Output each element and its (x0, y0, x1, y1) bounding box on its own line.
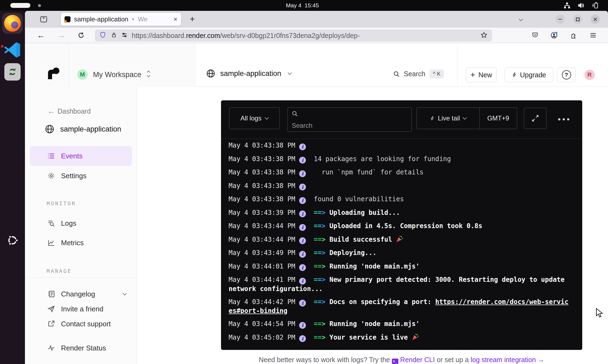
sidebar-section-monitor: MONITOR (47, 200, 76, 206)
sidebar-item-settings[interactable]: Settings (25, 170, 137, 182)
workspace-indicator-dot[interactable] (38, 4, 41, 7)
system-clock[interactable]: May 4 15:45 (286, 0, 319, 11)
info-icon: i (299, 143, 306, 150)
shield-icon[interactable] (99, 31, 106, 40)
browser-tab[interactable]: sample-application • We × (61, 13, 181, 26)
sidebar-back-dashboard[interactable]: ← Dashboard (25, 105, 137, 117)
firefox-view-icon[interactable] (39, 15, 48, 24)
workspace-switcher[interactable]: M My Workspace (77, 69, 150, 80)
recycle-dock-icon[interactable] (4, 63, 21, 81)
bookmark-star-icon[interactable] (480, 31, 488, 40)
log-stream-link[interactable]: log stream integration (471, 356, 536, 363)
account-icon[interactable] (549, 30, 559, 40)
log-filter-dropdown[interactable]: All logs (229, 107, 280, 129)
service-selector[interactable]: sample-application (206, 69, 291, 78)
lightning-icon (430, 115, 435, 122)
main-content: All logs Search (137, 87, 608, 364)
dock (0, 11, 25, 364)
timezone-button[interactable]: GMT+9 (479, 108, 517, 129)
network-icon[interactable] (564, 2, 571, 9)
lightning-icon (512, 72, 517, 78)
window-close-button[interactable]: × (591, 15, 600, 24)
battery-icon[interactable] (592, 2, 599, 9)
extensions-puzzle-icon[interactable] (568, 30, 579, 40)
sidebar-item-render-status[interactable]: Render Status (25, 342, 137, 354)
url-bar[interactable]: https://dashboard.render.com/web/srv-d0b… (95, 30, 492, 41)
help-button[interactable]: ? (557, 68, 576, 82)
info-icon: i (299, 278, 306, 285)
notification-dot (1, 45, 4, 48)
plus-icon: + (471, 70, 475, 79)
search-shortcut: ^ K (430, 69, 444, 78)
sidebar-item-events[interactable] (30, 146, 132, 166)
workspace-indicator-pill[interactable] (10, 3, 30, 8)
external-link-icon (47, 320, 55, 328)
log-line: May 4 03:43:38 PM i found 0 vulnerabilit… (229, 195, 571, 204)
log-line: May 4 03:44:01 PM i ==> Running 'node ma… (229, 262, 571, 271)
gear-icon (47, 172, 55, 180)
system-top-bar: May 4 15:45 (0, 0, 608, 11)
tab-title: sample-application • We (74, 15, 171, 23)
new-button[interactable]: + New (466, 68, 497, 82)
firefox-dock-icon[interactable] (2, 13, 23, 34)
sidebar-item-contact-support[interactable]: Contact support (25, 318, 137, 330)
log-search-input[interactable]: Search (287, 107, 412, 132)
lock-icon[interactable] (111, 31, 117, 40)
upgrade-button[interactable]: Upgrade (505, 68, 553, 82)
render-cli-link[interactable]: Render CLI (400, 356, 435, 363)
log-line: May 4 03:43:44 PM i ==> Build successful (229, 235, 571, 244)
party-popper-icon (396, 235, 403, 243)
search-placeholder: Search (292, 122, 312, 129)
window-maximize-button[interactable] (573, 15, 582, 24)
live-tail-dropdown[interactable]: Live tail (417, 108, 480, 129)
browser-window: sample-application • We × + − × ← → (25, 11, 608, 364)
cli-terminal-icon: >_ (392, 359, 398, 364)
live-tail-group: Live tail GMT+9 (417, 107, 517, 129)
new-tab-button[interactable]: + (187, 14, 198, 25)
permissions-icon[interactable] (121, 31, 128, 40)
globe-icon (45, 124, 55, 134)
logs-search-icon (47, 219, 55, 227)
log-line: May 4 03:44:54 PM i ==> Running 'node ma… (229, 320, 571, 329)
sidebar-item-changelog[interactable]: Changelog (25, 288, 137, 300)
more-options-button[interactable]: ••• (558, 115, 571, 124)
expand-button[interactable] (524, 108, 546, 129)
pocket-icon[interactable] (530, 30, 540, 40)
forward-button[interactable]: → (56, 30, 66, 40)
window-minimize-button[interactable]: − (555, 15, 565, 24)
reload-button[interactable] (76, 30, 86, 40)
volume-icon[interactable] (578, 2, 585, 9)
search-icon (393, 71, 400, 78)
back-button[interactable]: ← (36, 30, 46, 40)
metrics-chart-icon (47, 239, 55, 247)
info-icon: i (299, 224, 306, 231)
tab-close-icon[interactable]: × (174, 15, 177, 23)
sidebar-service-title: sample-application (25, 123, 137, 135)
sidebar-item-logs[interactable]: Logs (25, 217, 137, 229)
user-avatar[interactable]: R (584, 70, 595, 80)
log-line: May 4 03:43:38 PM i (229, 141, 571, 150)
vscode-dock-icon[interactable] (4, 41, 21, 59)
log-line: May 4 03:43:44 PM i ==> Uploaded in 4.5s… (229, 222, 571, 231)
info-icon: i (299, 335, 306, 342)
info-icon: i (299, 264, 306, 271)
search-button[interactable]: Search ^ K (393, 69, 444, 78)
sidebar-item-invite[interactable]: Invite a friend (25, 303, 137, 315)
log-line: May 4 03:43:39 PM i ==> Uploading build.… (229, 208, 571, 218)
sidebar-section-manage: MANAGE (47, 268, 72, 274)
search-icon (292, 110, 298, 118)
info-icon: i (299, 170, 306, 177)
list-tabs-chevron-icon[interactable] (519, 17, 522, 22)
expand-icon (532, 114, 539, 122)
render-logo[interactable] (46, 67, 60, 80)
log-toolbar: All logs Search (221, 100, 582, 139)
info-icon: i (299, 251, 306, 258)
menu-hamburger-icon[interactable] (588, 30, 598, 40)
log-line: May 4 03:45:02 PM i ==> Your service is … (229, 333, 571, 342)
ubuntu-logo-icon[interactable] (6, 234, 19, 247)
sidebar-item-metrics[interactable]: Metrics (25, 237, 137, 249)
globe-icon (206, 69, 215, 78)
question-icon: ? (562, 70, 571, 79)
info-icon: i (299, 210, 306, 217)
info-icon: i (299, 157, 306, 164)
